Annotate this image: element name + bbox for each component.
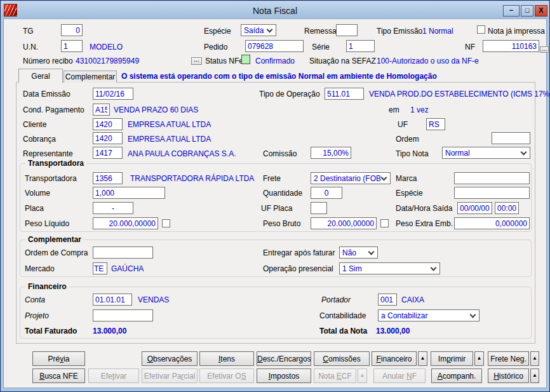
comissoes-button[interactable]: Comissões: [314, 351, 370, 366]
especie-transp-field[interactable]: [454, 187, 530, 199]
acompanh-button[interactable]: Acompanh.: [431, 368, 482, 383]
desc-encargos-button[interactable]: Desc./Encargos: [257, 351, 311, 366]
status-nfe-indicator: [241, 55, 250, 64]
numero-recibo-label: Número recibo: [23, 57, 73, 65]
tipo-nota-combo[interactable]: Normal: [442, 147, 530, 159]
busca-nfe-button[interactable]: Busca NFE: [32, 368, 85, 383]
up-arrow-icon: ▲: [477, 355, 482, 361]
operacao-presencial-combo[interactable]: 1 Sim: [339, 262, 440, 274]
nota-ecf-button[interactable]: Nota ECF: [314, 368, 356, 383]
representante-field[interactable]: [93, 147, 123, 159]
chevron-down-icon: [470, 312, 476, 318]
itens-button[interactable]: Itens: [199, 351, 254, 366]
efetivar-os-button[interactable]: Efetivar OS: [199, 368, 254, 383]
chevron-down-icon: [521, 149, 527, 156]
contabilidade-combo[interactable]: a Contabilizar: [378, 309, 480, 321]
portador-field[interactable]: [378, 294, 397, 306]
ordem-field[interactable]: [492, 132, 530, 144]
peso-liquido-label: Peso Líquido: [25, 219, 69, 228]
financeiro-button[interactable]: Financeiro: [372, 351, 417, 366]
remessa-field[interactable]: [336, 24, 358, 36]
cobranca-field[interactable]: [93, 132, 123, 144]
placa-field[interactable]: [93, 202, 133, 214]
mercado-desc: GAÚCHA: [111, 264, 144, 273]
uf-placa-label: UF Placa: [261, 204, 292, 213]
transportadora-field[interactable]: [93, 172, 123, 184]
serie-field[interactable]: [346, 40, 375, 52]
frete-combo[interactable]: 2 Destinatario (FOB: [311, 172, 391, 184]
entregar-apos-faturar-combo[interactable]: Não: [339, 247, 378, 259]
un-field[interactable]: [61, 40, 83, 52]
especie-label: Espécie: [204, 27, 231, 36]
peso-bruto-field[interactable]: [311, 217, 377, 229]
historico-button[interactable]: Histórico: [488, 368, 529, 383]
hora-saida-field[interactable]: [495, 202, 519, 214]
close-button[interactable]: X: [535, 5, 547, 17]
nf-more-button[interactable]: ...: [540, 46, 549, 53]
projeto-label: Projeto: [25, 311, 49, 320]
total-da-nota-value: 13.000,00: [376, 327, 410, 335]
imprimir-menu-button[interactable]: ▲: [474, 351, 484, 366]
nota-ja-impressa-checkbox[interactable]: [477, 25, 485, 34]
pedido-field[interactable]: [245, 40, 304, 52]
especie-combo[interactable]: Saída: [241, 24, 276, 36]
efetivar-button[interactable]: Efetivar: [88, 368, 139, 383]
comissao-field[interactable]: [311, 147, 351, 159]
impostos-button[interactable]: Impostos: [257, 368, 311, 383]
uf-field[interactable]: [426, 118, 445, 130]
tipo-emissao-value: 1 Normal: [422, 27, 453, 36]
historico-menu-button[interactable]: ▲: [530, 368, 539, 383]
quantidade-field[interactable]: [311, 187, 342, 199]
cond-pagamento-desc: VENDA PRAZO 60 DIAS: [114, 105, 198, 114]
data-saida-field[interactable]: [457, 202, 492, 214]
mercado-field[interactable]: [93, 262, 107, 274]
anular-nf-button[interactable]: Anular NF: [373, 368, 426, 383]
status-nfe-more-button[interactable]: ...: [191, 57, 202, 65]
tg-label: TG: [23, 27, 34, 36]
portador-label: Portador: [321, 295, 351, 304]
nota-ecf-menu-button[interactable]: ▲: [358, 368, 367, 383]
financeiro-menu-button[interactable]: ▲: [418, 351, 427, 366]
remessa-label: Remessa: [304, 27, 337, 36]
window-title: Nota Fiscal: [1, 6, 549, 16]
data-emissao-label: Data Emissão: [23, 90, 70, 98]
peso-bruto-checkbox[interactable]: [380, 219, 389, 227]
conta-label: Conta: [25, 295, 45, 304]
more-icon: ...: [542, 45, 547, 52]
cond-pagamento-field[interactable]: [93, 104, 110, 116]
frete-label: Frete: [263, 174, 281, 183]
operacao-presencial-label: Operação presencial: [263, 264, 333, 273]
volume-field[interactable]: [93, 187, 165, 199]
tipo-operacao-field[interactable]: [325, 88, 364, 100]
maximize-icon: □: [525, 6, 530, 14]
efetivar-parcial-button[interactable]: Efetivar Parcial: [142, 368, 198, 383]
observacoes-button[interactable]: Observações: [142, 351, 198, 366]
minimize-button[interactable]: −: [503, 5, 520, 17]
contabilidade-label: Contabilidade: [319, 311, 366, 320]
frete-neg-menu-button[interactable]: ▲: [530, 351, 539, 366]
transportadora-desc: TRANSPORTADORA RÁPIDA LTDA: [130, 174, 254, 183]
projeto-field[interactable]: [93, 309, 153, 321]
previa-button[interactable]: Prévia: [32, 351, 85, 366]
peso-extra-field[interactable]: [454, 217, 530, 229]
uf-placa-field[interactable]: [311, 202, 327, 214]
tab-complementar[interactable]: Complementar: [64, 71, 117, 83]
nf-label: NF: [465, 43, 475, 51]
marca-field[interactable]: [454, 172, 530, 184]
frete-value: 2 Destinatario (FOB: [314, 174, 381, 183]
data-emissao-field[interactable]: [93, 88, 133, 100]
quantidade-label: Quantidade: [263, 189, 302, 198]
conta-field[interactable]: [93, 294, 132, 306]
minimize-icon: −: [509, 6, 513, 14]
ordem-compra-field[interactable]: [93, 247, 153, 259]
maximize-button[interactable]: □: [521, 5, 533, 17]
peso-liquido-checkbox[interactable]: [162, 219, 170, 227]
tab-geral[interactable]: Geral: [18, 69, 63, 83]
close-icon: X: [539, 6, 543, 14]
tg-field[interactable]: [61, 24, 83, 36]
imprimir-button[interactable]: Imprimir: [431, 351, 473, 366]
cliente-field[interactable]: [93, 118, 123, 130]
nf-field[interactable]: [483, 40, 539, 52]
peso-liquido-field[interactable]: [93, 217, 158, 229]
frete-neg-button[interactable]: Frete Neg.: [488, 351, 529, 366]
